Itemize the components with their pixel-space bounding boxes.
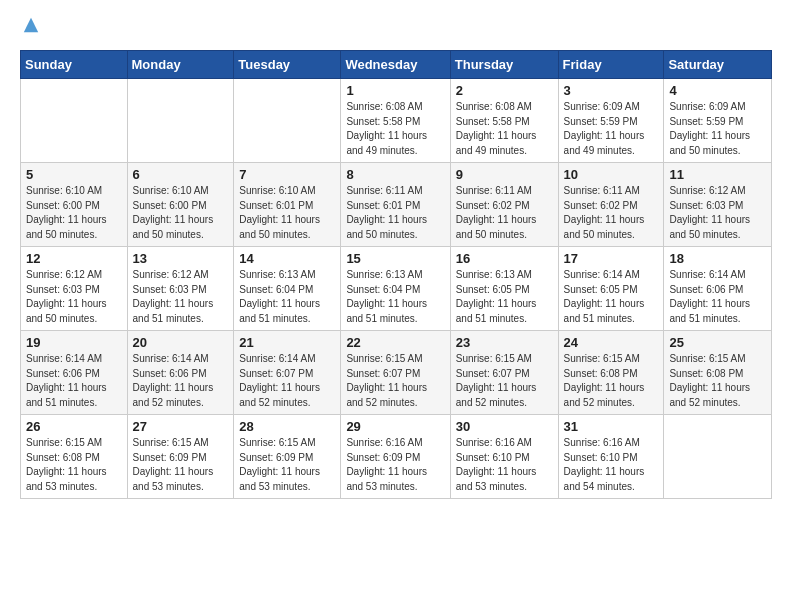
- day-number: 15: [346, 251, 444, 266]
- day-info: Sunrise: 6:12 AM Sunset: 6:03 PM Dayligh…: [26, 268, 122, 326]
- day-info: Sunrise: 6:10 AM Sunset: 6:00 PM Dayligh…: [26, 184, 122, 242]
- day-number: 20: [133, 335, 229, 350]
- day-info: Sunrise: 6:14 AM Sunset: 6:06 PM Dayligh…: [133, 352, 229, 410]
- header: [20, 20, 772, 34]
- calendar-cell: 14Sunrise: 6:13 AM Sunset: 6:04 PM Dayli…: [234, 247, 341, 331]
- day-number: 9: [456, 167, 553, 182]
- calendar-cell: 31Sunrise: 6:16 AM Sunset: 6:10 PM Dayli…: [558, 415, 664, 499]
- day-info: Sunrise: 6:11 AM Sunset: 6:02 PM Dayligh…: [564, 184, 659, 242]
- day-info: Sunrise: 6:15 AM Sunset: 6:08 PM Dayligh…: [669, 352, 766, 410]
- day-number: 31: [564, 419, 659, 434]
- day-info: Sunrise: 6:09 AM Sunset: 5:59 PM Dayligh…: [669, 100, 766, 158]
- day-info: Sunrise: 6:14 AM Sunset: 6:05 PM Dayligh…: [564, 268, 659, 326]
- day-number: 17: [564, 251, 659, 266]
- day-number: 21: [239, 335, 335, 350]
- day-info: Sunrise: 6:16 AM Sunset: 6:09 PM Dayligh…: [346, 436, 444, 494]
- day-number: 7: [239, 167, 335, 182]
- day-number: 1: [346, 83, 444, 98]
- day-info: Sunrise: 6:15 AM Sunset: 6:07 PM Dayligh…: [456, 352, 553, 410]
- day-number: 4: [669, 83, 766, 98]
- calendar-cell: 22Sunrise: 6:15 AM Sunset: 6:07 PM Dayli…: [341, 331, 450, 415]
- day-info: Sunrise: 6:13 AM Sunset: 6:04 PM Dayligh…: [346, 268, 444, 326]
- day-info: Sunrise: 6:10 AM Sunset: 6:01 PM Dayligh…: [239, 184, 335, 242]
- logo: [20, 20, 40, 34]
- day-number: 3: [564, 83, 659, 98]
- calendar-cell: 6Sunrise: 6:10 AM Sunset: 6:00 PM Daylig…: [127, 163, 234, 247]
- calendar-cell: 28Sunrise: 6:15 AM Sunset: 6:09 PM Dayli…: [234, 415, 341, 499]
- day-number: 29: [346, 419, 444, 434]
- day-number: 24: [564, 335, 659, 350]
- weekday-friday: Friday: [558, 51, 664, 79]
- week-row-2: 12Sunrise: 6:12 AM Sunset: 6:03 PM Dayli…: [21, 247, 772, 331]
- calendar-cell: 15Sunrise: 6:13 AM Sunset: 6:04 PM Dayli…: [341, 247, 450, 331]
- day-info: Sunrise: 6:11 AM Sunset: 6:02 PM Dayligh…: [456, 184, 553, 242]
- calendar-cell: 17Sunrise: 6:14 AM Sunset: 6:05 PM Dayli…: [558, 247, 664, 331]
- day-info: Sunrise: 6:12 AM Sunset: 6:03 PM Dayligh…: [669, 184, 766, 242]
- day-number: 13: [133, 251, 229, 266]
- day-number: 22: [346, 335, 444, 350]
- day-number: 8: [346, 167, 444, 182]
- calendar-cell: 29Sunrise: 6:16 AM Sunset: 6:09 PM Dayli…: [341, 415, 450, 499]
- svg-marker-0: [24, 18, 38, 32]
- weekday-thursday: Thursday: [450, 51, 558, 79]
- week-row-0: 1Sunrise: 6:08 AM Sunset: 5:58 PM Daylig…: [21, 79, 772, 163]
- day-number: 12: [26, 251, 122, 266]
- calendar-cell: 23Sunrise: 6:15 AM Sunset: 6:07 PM Dayli…: [450, 331, 558, 415]
- weekday-tuesday: Tuesday: [234, 51, 341, 79]
- day-number: 2: [456, 83, 553, 98]
- week-row-4: 26Sunrise: 6:15 AM Sunset: 6:08 PM Dayli…: [21, 415, 772, 499]
- calendar-cell: 12Sunrise: 6:12 AM Sunset: 6:03 PM Dayli…: [21, 247, 128, 331]
- calendar-cell: 13Sunrise: 6:12 AM Sunset: 6:03 PM Dayli…: [127, 247, 234, 331]
- day-number: 11: [669, 167, 766, 182]
- day-number: 26: [26, 419, 122, 434]
- day-info: Sunrise: 6:15 AM Sunset: 6:09 PM Dayligh…: [239, 436, 335, 494]
- calendar-cell: 16Sunrise: 6:13 AM Sunset: 6:05 PM Dayli…: [450, 247, 558, 331]
- calendar-cell: 7Sunrise: 6:10 AM Sunset: 6:01 PM Daylig…: [234, 163, 341, 247]
- calendar-cell: 1Sunrise: 6:08 AM Sunset: 5:58 PM Daylig…: [341, 79, 450, 163]
- calendar-cell: 27Sunrise: 6:15 AM Sunset: 6:09 PM Dayli…: [127, 415, 234, 499]
- week-row-3: 19Sunrise: 6:14 AM Sunset: 6:06 PM Dayli…: [21, 331, 772, 415]
- calendar-table: SundayMondayTuesdayWednesdayThursdayFrid…: [20, 50, 772, 499]
- day-info: Sunrise: 6:12 AM Sunset: 6:03 PM Dayligh…: [133, 268, 229, 326]
- day-info: Sunrise: 6:08 AM Sunset: 5:58 PM Dayligh…: [456, 100, 553, 158]
- day-number: 16: [456, 251, 553, 266]
- calendar-cell: [127, 79, 234, 163]
- calendar-cell: 5Sunrise: 6:10 AM Sunset: 6:00 PM Daylig…: [21, 163, 128, 247]
- day-info: Sunrise: 6:15 AM Sunset: 6:08 PM Dayligh…: [564, 352, 659, 410]
- day-number: 14: [239, 251, 335, 266]
- day-number: 25: [669, 335, 766, 350]
- weekday-wednesday: Wednesday: [341, 51, 450, 79]
- day-info: Sunrise: 6:13 AM Sunset: 6:05 PM Dayligh…: [456, 268, 553, 326]
- calendar-cell: 21Sunrise: 6:14 AM Sunset: 6:07 PM Dayli…: [234, 331, 341, 415]
- day-number: 28: [239, 419, 335, 434]
- calendar-cell: 9Sunrise: 6:11 AM Sunset: 6:02 PM Daylig…: [450, 163, 558, 247]
- logo-icon: [22, 16, 40, 34]
- weekday-saturday: Saturday: [664, 51, 772, 79]
- calendar-cell: [234, 79, 341, 163]
- weekday-monday: Monday: [127, 51, 234, 79]
- calendar-cell: 20Sunrise: 6:14 AM Sunset: 6:06 PM Dayli…: [127, 331, 234, 415]
- day-info: Sunrise: 6:15 AM Sunset: 6:08 PM Dayligh…: [26, 436, 122, 494]
- calendar-cell: 3Sunrise: 6:09 AM Sunset: 5:59 PM Daylig…: [558, 79, 664, 163]
- calendar-cell: [664, 415, 772, 499]
- calendar-cell: 11Sunrise: 6:12 AM Sunset: 6:03 PM Dayli…: [664, 163, 772, 247]
- day-info: Sunrise: 6:09 AM Sunset: 5:59 PM Dayligh…: [564, 100, 659, 158]
- day-info: Sunrise: 6:14 AM Sunset: 6:06 PM Dayligh…: [669, 268, 766, 326]
- calendar-cell: [21, 79, 128, 163]
- day-number: 5: [26, 167, 122, 182]
- day-info: Sunrise: 6:15 AM Sunset: 6:09 PM Dayligh…: [133, 436, 229, 494]
- day-info: Sunrise: 6:16 AM Sunset: 6:10 PM Dayligh…: [564, 436, 659, 494]
- page: SundayMondayTuesdayWednesdayThursdayFrid…: [0, 0, 792, 519]
- calendar-cell: 24Sunrise: 6:15 AM Sunset: 6:08 PM Dayli…: [558, 331, 664, 415]
- day-info: Sunrise: 6:14 AM Sunset: 6:07 PM Dayligh…: [239, 352, 335, 410]
- calendar-cell: 19Sunrise: 6:14 AM Sunset: 6:06 PM Dayli…: [21, 331, 128, 415]
- week-row-1: 5Sunrise: 6:10 AM Sunset: 6:00 PM Daylig…: [21, 163, 772, 247]
- day-info: Sunrise: 6:11 AM Sunset: 6:01 PM Dayligh…: [346, 184, 444, 242]
- calendar-cell: 2Sunrise: 6:08 AM Sunset: 5:58 PM Daylig…: [450, 79, 558, 163]
- day-number: 30: [456, 419, 553, 434]
- day-info: Sunrise: 6:13 AM Sunset: 6:04 PM Dayligh…: [239, 268, 335, 326]
- day-number: 27: [133, 419, 229, 434]
- day-info: Sunrise: 6:10 AM Sunset: 6:00 PM Dayligh…: [133, 184, 229, 242]
- weekday-sunday: Sunday: [21, 51, 128, 79]
- day-info: Sunrise: 6:16 AM Sunset: 6:10 PM Dayligh…: [456, 436, 553, 494]
